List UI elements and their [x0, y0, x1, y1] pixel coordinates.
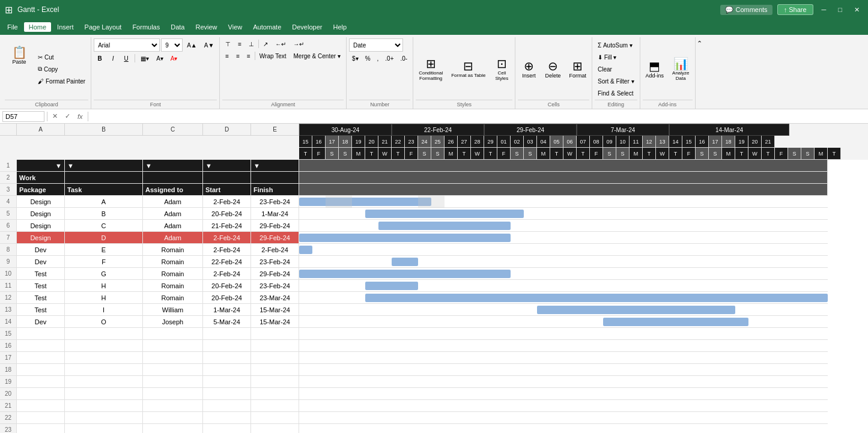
cell-a1[interactable]: ▼ [17, 160, 65, 172]
row-num-11[interactable]: 11 [0, 280, 17, 292]
cell-a14[interactable]: Dev [17, 316, 65, 328]
cell-e20[interactable] [251, 388, 299, 400]
row-num-10[interactable]: 10 [0, 268, 17, 280]
cell-e12[interactable]: 23-Mar-24 [251, 292, 299, 304]
row-num-23[interactable]: 23 [0, 424, 17, 433]
cell-c2[interactable] [143, 172, 203, 184]
underline-button[interactable]: U [120, 53, 132, 64]
format-cells-btn[interactable]: ⊞ Format [566, 52, 589, 86]
indent-decrease-btn[interactable]: ←↵ [272, 38, 289, 49]
cell-d22[interactable] [203, 412, 251, 424]
number-format-select[interactable]: Date [349, 38, 403, 52]
cell-a23[interactable] [17, 424, 65, 433]
increase-font-btn[interactable]: A▲ [184, 40, 200, 50]
cell-d13[interactable]: 1-Mar-24 [203, 304, 251, 316]
cell-c19[interactable] [143, 376, 203, 388]
align-center-btn[interactable]: ≡ [233, 50, 243, 61]
cell-a3[interactable]: Package [17, 184, 65, 196]
row-num-19[interactable]: 19 [0, 376, 17, 388]
cell-e10[interactable]: 29-Feb-24 [251, 268, 299, 280]
format-painter-button[interactable]: 🖌Format Painter [35, 76, 88, 86]
cell-c1[interactable]: ▼ [143, 160, 203, 172]
clear-btn[interactable]: Clear [595, 64, 637, 74]
insert-cells-btn[interactable]: ⊕ Insert [518, 52, 539, 86]
cell-e18[interactable] [251, 364, 299, 376]
row-num-7[interactable]: 7 [0, 232, 17, 244]
menu-review[interactable]: Review [190, 22, 222, 32]
align-left-btn[interactable]: ≡ [222, 50, 232, 61]
cell-d20[interactable] [203, 388, 251, 400]
cell-a9[interactable]: Dev [17, 256, 65, 268]
align-middle-btn[interactable]: ≡ [235, 38, 244, 49]
cell-b14[interactable]: O [65, 316, 143, 328]
cell-b18[interactable] [65, 364, 143, 376]
cell-d19[interactable] [203, 376, 251, 388]
cell-c15[interactable] [143, 328, 203, 340]
row-num-9[interactable]: 9 [0, 256, 17, 268]
align-top-btn[interactable]: ⊤ [222, 38, 234, 49]
cell-b7[interactable]: D [65, 232, 143, 244]
cell-d2[interactable] [203, 172, 251, 184]
cell-b2[interactable] [65, 172, 143, 184]
cell-e17[interactable] [251, 352, 299, 364]
cell-e15[interactable] [251, 328, 299, 340]
cell-b1[interactable]: ▼ [65, 160, 143, 172]
cell-a4[interactable]: Design [17, 196, 65, 208]
italic-button[interactable]: I [107, 53, 119, 64]
cell-d8[interactable]: 2-Feb-24 [203, 244, 251, 256]
cell-b23[interactable] [65, 424, 143, 433]
cell-b17[interactable] [65, 352, 143, 364]
cell-b3[interactable]: Task [65, 184, 143, 196]
cell-d16[interactable] [203, 340, 251, 352]
cell-e8[interactable]: 2-Feb-24 [251, 244, 299, 256]
comments-btn[interactable]: 💬 Comments [720, 5, 772, 15]
cell-d14[interactable]: 5-Mar-24 [203, 316, 251, 328]
cell-b6[interactable]: C [65, 220, 143, 232]
orientation-btn[interactable]: ↗ [260, 38, 271, 49]
cell-c8[interactable]: Romain [143, 244, 203, 256]
analyze-data-btn[interactable]: 📊 AnalyzeData [669, 52, 692, 86]
cell-e9[interactable]: 23-Feb-24 [251, 256, 299, 268]
autosum-btn[interactable]: Σ AutoSum ▾ [595, 40, 637, 50]
cell-a22[interactable] [17, 412, 65, 424]
cell-e6[interactable]: 29-Feb-24 [251, 220, 299, 232]
cell-a8[interactable]: Dev [17, 244, 65, 256]
cell-e22[interactable] [251, 412, 299, 424]
row-num-3[interactable]: 3 [0, 184, 17, 196]
conditional-formatting-btn[interactable]: ⊞ ConditionalFormatting [416, 52, 446, 86]
cell-c11[interactable]: Romain [143, 280, 203, 292]
cell-a7[interactable]: Design [17, 232, 65, 244]
cell-d4[interactable]: 2-Feb-24 [203, 196, 251, 208]
cell-a11[interactable]: Test [17, 280, 65, 292]
cell-e23[interactable] [251, 424, 299, 433]
cell-b13[interactable]: I [65, 304, 143, 316]
cell-b19[interactable] [65, 376, 143, 388]
fill-btn[interactable]: ⬇ Fill ▾ [595, 52, 637, 62]
cell-c23[interactable] [143, 424, 203, 433]
cell-b8[interactable]: E [65, 244, 143, 256]
cell-d9[interactable]: 22-Feb-24 [203, 256, 251, 268]
merge-center-btn[interactable]: Merge & Center ▾ [290, 50, 344, 61]
row-num-21[interactable]: 21 [0, 400, 17, 412]
increase-decimal-btn[interactable]: .0+ [382, 53, 396, 64]
cell-d7[interactable]: 2-Feb-24 [203, 232, 251, 244]
cell-e16[interactable] [251, 340, 299, 352]
cell-d3[interactable]: Start [203, 184, 251, 196]
cell-d11[interactable]: 20-Feb-24 [203, 280, 251, 292]
borders-button[interactable]: ▦▾ [138, 53, 152, 64]
cell-c3[interactable]: Assigned to [143, 184, 203, 196]
col-header-c[interactable]: C [143, 124, 203, 136]
cell-d5[interactable]: 20-Feb-24 [203, 208, 251, 220]
corner-header[interactable] [0, 124, 17, 136]
cell-e7[interactable]: 29-Feb-24 [251, 232, 299, 244]
cell-a13[interactable]: Test [17, 304, 65, 316]
cell-b12[interactable]: H [65, 292, 143, 304]
cell-c16[interactable] [143, 340, 203, 352]
currency-btn[interactable]: $▾ [349, 53, 362, 64]
cell-d23[interactable] [203, 424, 251, 433]
cell-a17[interactable] [17, 352, 65, 364]
menu-insert[interactable]: Insert [52, 22, 79, 32]
cell-d18[interactable] [203, 364, 251, 376]
cell-a21[interactable] [17, 400, 65, 412]
menu-formulas[interactable]: Formulas [127, 22, 165, 32]
